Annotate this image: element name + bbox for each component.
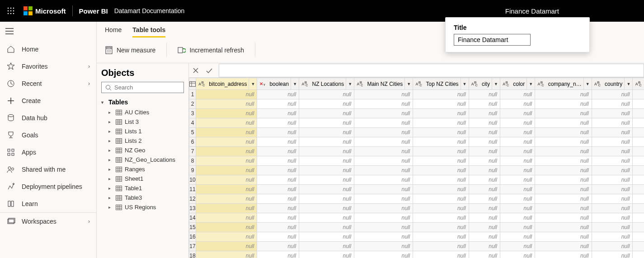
- cell[interactable]: null: [299, 213, 354, 223]
- cell[interactable]: null: [354, 175, 413, 185]
- cell[interactable]: null: [469, 147, 500, 156]
- table-tree-item[interactable]: ▸US Regions: [101, 202, 184, 212]
- select-all-corner[interactable]: [189, 78, 196, 90]
- cell[interactable]: null: [500, 166, 535, 175]
- row-header[interactable]: 14: [189, 213, 196, 223]
- cell[interactable]: [633, 223, 644, 232]
- cell[interactable]: null: [500, 242, 535, 251]
- cell[interactable]: null: [535, 156, 592, 166]
- cell[interactable]: null: [413, 166, 469, 175]
- search-input[interactable]: [114, 84, 189, 91]
- column-header[interactable]: ABCbitcoin_address▼: [196, 78, 257, 90]
- cell[interactable]: null: [469, 118, 500, 128]
- cell[interactable]: null: [535, 204, 592, 213]
- cell[interactable]: null: [196, 147, 257, 156]
- cell[interactable]: null: [257, 175, 299, 185]
- cell[interactable]: null: [299, 137, 354, 147]
- cell[interactable]: null: [196, 185, 257, 194]
- row-header[interactable]: 8: [189, 156, 196, 166]
- row-header[interactable]: 9: [189, 166, 196, 175]
- cell[interactable]: null: [354, 128, 413, 137]
- cell[interactable]: null: [535, 109, 592, 118]
- cell[interactable]: null: [196, 232, 257, 242]
- cell[interactable]: null: [469, 137, 500, 147]
- cell[interactable]: null: [469, 109, 500, 118]
- cell[interactable]: null: [535, 128, 592, 137]
- cell[interactable]: null: [413, 128, 469, 137]
- cell[interactable]: null: [299, 128, 354, 137]
- cell[interactable]: null: [196, 242, 257, 251]
- cell[interactable]: null: [354, 232, 413, 242]
- cell[interactable]: [633, 251, 644, 258]
- cell[interactable]: null: [500, 185, 535, 194]
- cancel-formula-button[interactable]: [189, 64, 202, 77]
- cell[interactable]: null: [257, 137, 299, 147]
- cell[interactable]: null: [257, 223, 299, 232]
- cell[interactable]: null: [413, 204, 469, 213]
- row-header[interactable]: 16: [189, 232, 196, 242]
- tables-tree-header[interactable]: ▾ Tables: [101, 99, 184, 106]
- title-input[interactable]: [454, 34, 531, 46]
- column-header[interactable]: ABC: [633, 78, 644, 90]
- cell[interactable]: null: [299, 118, 354, 128]
- column-header[interactable]: ABCNZ Locations▼: [299, 78, 354, 90]
- cell[interactable]: [633, 185, 644, 194]
- cell[interactable]: null: [196, 109, 257, 118]
- cell[interactable]: null: [592, 128, 633, 137]
- cell[interactable]: null: [257, 90, 299, 99]
- column-filter-dropdown[interactable]: ▼: [291, 78, 299, 89]
- cell[interactable]: null: [354, 185, 413, 194]
- nav-goals[interactable]: Goals: [0, 127, 96, 144]
- cell[interactable]: null: [500, 137, 535, 147]
- cell[interactable]: null: [196, 175, 257, 185]
- cell[interactable]: null: [299, 223, 354, 232]
- cell[interactable]: [633, 166, 644, 175]
- cell[interactable]: null: [535, 147, 592, 156]
- cell[interactable]: null: [196, 223, 257, 232]
- cell[interactable]: null: [535, 223, 592, 232]
- column-header[interactable]: ABCTop NZ Cities▼: [413, 78, 469, 90]
- cell[interactable]: null: [257, 242, 299, 251]
- cell[interactable]: null: [299, 90, 354, 99]
- cell[interactable]: null: [257, 147, 299, 156]
- column-header[interactable]: ABCMain NZ Cities▼: [354, 78, 413, 90]
- cell[interactable]: null: [196, 251, 257, 258]
- cell[interactable]: null: [413, 213, 469, 223]
- cell[interactable]: null: [592, 251, 633, 258]
- cell[interactable]: null: [196, 194, 257, 204]
- cell[interactable]: null: [535, 251, 592, 258]
- cell[interactable]: null: [592, 223, 633, 232]
- cell[interactable]: null: [469, 251, 500, 258]
- table-tree-item[interactable]: ▸Lists 1: [101, 127, 184, 136]
- cell[interactable]: null: [299, 99, 354, 109]
- cell[interactable]: null: [592, 99, 633, 109]
- cell[interactable]: null: [413, 147, 469, 156]
- cell[interactable]: null: [469, 194, 500, 204]
- cell[interactable]: null: [469, 223, 500, 232]
- cell[interactable]: null: [592, 213, 633, 223]
- nav-recent[interactable]: Recent›: [0, 75, 96, 92]
- cell[interactable]: null: [196, 128, 257, 137]
- cell[interactable]: null: [500, 156, 535, 166]
- nav-workspaces[interactable]: Workspaces›: [0, 212, 96, 230]
- cell[interactable]: null: [413, 175, 469, 185]
- cell[interactable]: null: [469, 213, 500, 223]
- nav-apps[interactable]: Apps: [0, 144, 96, 161]
- cell[interactable]: null: [196, 90, 257, 99]
- cell[interactable]: null: [354, 194, 413, 204]
- cell[interactable]: null: [592, 137, 633, 147]
- cell[interactable]: [633, 175, 644, 185]
- cell[interactable]: null: [592, 156, 633, 166]
- datamart-title[interactable]: Finance Datamart: [505, 7, 559, 15]
- nav-shared[interactable]: Shared with me: [0, 161, 96, 178]
- cell[interactable]: null: [469, 90, 500, 99]
- tab-home[interactable]: Home: [105, 26, 122, 38]
- cell[interactable]: null: [299, 156, 354, 166]
- cell[interactable]: [633, 194, 644, 204]
- row-header[interactable]: 10: [189, 175, 196, 185]
- cell[interactable]: null: [535, 232, 592, 242]
- cell[interactable]: null: [469, 242, 500, 251]
- row-header[interactable]: 3: [189, 109, 196, 118]
- cell[interactable]: null: [592, 194, 633, 204]
- row-header[interactable]: 15: [189, 223, 196, 232]
